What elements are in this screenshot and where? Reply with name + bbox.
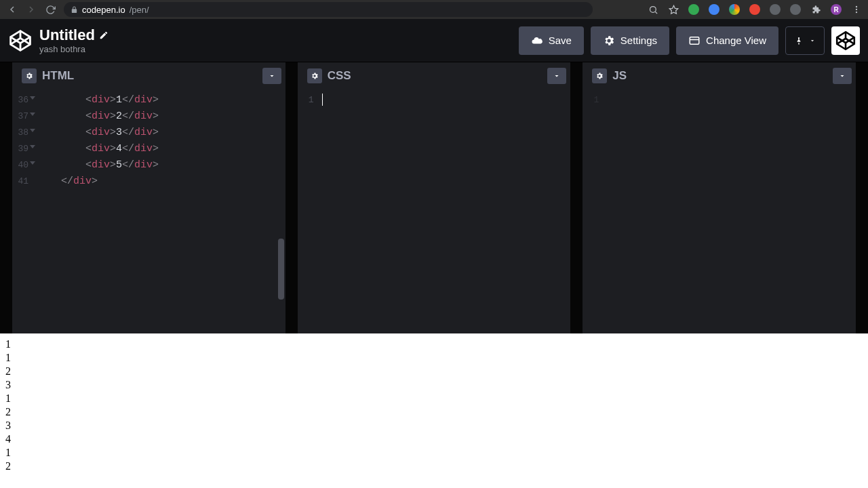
pen-title[interactable]: Untitled — [39, 26, 95, 44]
css-code[interactable] — [317, 89, 323, 333]
extension-2-icon[interactable] — [708, 3, 720, 16]
html-code[interactable]: <div>1</div> <div>2</div> <div>3</div> <… — [31, 89, 159, 333]
code-line[interactable]: <div>2</div> — [37, 108, 159, 125]
svg-point-2 — [856, 6, 857, 7]
js-settings-icon[interactable] — [592, 68, 607, 83]
editor-row: HTML 363738394041 <div>1</div> <div>2</d… — [0, 62, 868, 333]
js-editor-title: JS — [583, 62, 636, 89]
html-editor: HTML 363738394041 <div>1</div> <div>2</d… — [12, 62, 298, 333]
css-settings-icon[interactable] — [307, 68, 322, 83]
js-label: JS — [612, 69, 627, 83]
js-code[interactable] — [601, 89, 607, 333]
line-number: 41 — [12, 174, 28, 190]
js-editor: JS 1 — [583, 62, 868, 333]
line-number: 39 — [12, 141, 28, 157]
codepen-header: Untitled yash bothra Save Settings Chang… — [0, 19, 868, 62]
svg-point-3 — [856, 9, 857, 10]
svg-marker-1 — [669, 5, 678, 14]
html-editor-header: HTML — [12, 62, 285, 89]
line-number: 1 — [583, 92, 599, 108]
preview-line: 2 — [5, 365, 863, 378]
back-button[interactable] — [5, 3, 19, 16]
url-domain: codepen.io — [82, 5, 125, 15]
js-code-area[interactable]: 1 — [583, 89, 856, 333]
js-gutter: 1 — [583, 89, 601, 333]
profile-icon[interactable]: R — [830, 3, 842, 16]
code-line[interactable]: <div>4</div> — [37, 141, 159, 157]
html-collapse-button[interactable] — [262, 68, 281, 84]
css-gutter: 1 — [298, 89, 317, 333]
chevron-down-icon — [809, 37, 816, 44]
pin-button[interactable] — [785, 26, 825, 55]
extensions-icon[interactable] — [810, 3, 822, 16]
html-editor-title: HTML — [12, 62, 83, 89]
code-line[interactable]: <div>1</div> — [37, 92, 159, 108]
css-editor: CSS 1 — [298, 62, 583, 333]
line-number: 38 — [12, 125, 28, 141]
line-number: 40 — [12, 157, 28, 174]
codepen-logo-icon[interactable] — [8, 28, 33, 53]
svg-point-4 — [856, 12, 857, 13]
line-number: 1 — [298, 92, 314, 108]
change-view-button[interactable]: Change View — [676, 26, 778, 55]
extension-4-icon[interactable] — [749, 3, 761, 16]
settings-button[interactable]: Settings — [591, 26, 669, 55]
browser-toolbar-icons: R — [647, 3, 863, 16]
preview-line: 2 — [5, 405, 863, 419]
zoom-icon[interactable] — [647, 3, 659, 16]
star-icon[interactable] — [667, 3, 679, 16]
css-label: CSS — [328, 69, 351, 83]
css-collapse-button[interactable] — [547, 68, 566, 84]
gear-icon — [603, 35, 615, 47]
js-collapse-button[interactable] — [833, 68, 852, 84]
menu-icon[interactable] — [850, 3, 863, 16]
css-editor-header: CSS — [298, 62, 571, 89]
html-settings-icon[interactable] — [22, 68, 37, 83]
code-line[interactable]: <div>5</div> — [37, 157, 159, 174]
preview-line: 1 — [5, 392, 863, 405]
preview-line: 1 — [5, 446, 863, 460]
cursor-icon — [322, 94, 323, 106]
preview-line: 4 — [5, 432, 863, 446]
change-view-label: Change View — [706, 35, 766, 46]
nav-buttons — [5, 3, 57, 16]
preview-pane[interactable]: 1123123412 — [0, 333, 868, 488]
preview-line: 3 — [5, 378, 863, 392]
preview-line: 3 — [5, 419, 863, 432]
html-gutter: 363738394041 — [12, 89, 31, 333]
extension-3-icon[interactable] — [728, 3, 741, 16]
code-line[interactable]: </div> — [37, 174, 159, 190]
header-actions: Save Settings Change View — [519, 26, 860, 55]
save-label: Save — [549, 35, 572, 46]
preview-line: 1 — [5, 351, 863, 365]
html-code-area[interactable]: 363738394041 <div>1</div> <div>2</div> <… — [12, 89, 285, 333]
extension-6-icon[interactable] — [789, 3, 802, 16]
line-number: 36 — [12, 92, 28, 108]
pen-author[interactable]: yash bothra — [39, 44, 108, 55]
js-editor-header: JS — [583, 62, 856, 89]
preview-line: 2 — [5, 460, 863, 473]
code-line[interactable]: <div>3</div> — [37, 125, 159, 141]
reload-button[interactable] — [43, 3, 57, 16]
forward-button[interactable] — [24, 3, 38, 16]
svg-point-0 — [650, 6, 656, 12]
address-bar[interactable]: codepen.io/pen/ — [64, 2, 593, 17]
cloud-icon — [531, 35, 543, 47]
line-number: 37 — [12, 108, 28, 125]
lock-icon — [71, 6, 78, 14]
layout-icon — [688, 35, 701, 47]
html-scrollbar[interactable] — [278, 239, 284, 300]
preview-line: 1 — [5, 338, 863, 351]
browser-toolbar: codepen.io/pen/ R — [0, 0, 868, 19]
html-label: HTML — [42, 69, 74, 83]
user-avatar[interactable] — [831, 26, 860, 55]
svg-rect-8 — [690, 37, 699, 44]
pencil-icon[interactable] — [99, 30, 108, 40]
css-code-area[interactable]: 1 — [298, 89, 571, 333]
extension-1-icon[interactable] — [688, 3, 700, 16]
css-editor-title: CSS — [298, 62, 361, 89]
save-button[interactable]: Save — [519, 26, 584, 55]
pen-title-block: Untitled yash bothra — [39, 26, 108, 55]
settings-label: Settings — [620, 35, 657, 46]
extension-5-icon[interactable] — [769, 3, 781, 16]
